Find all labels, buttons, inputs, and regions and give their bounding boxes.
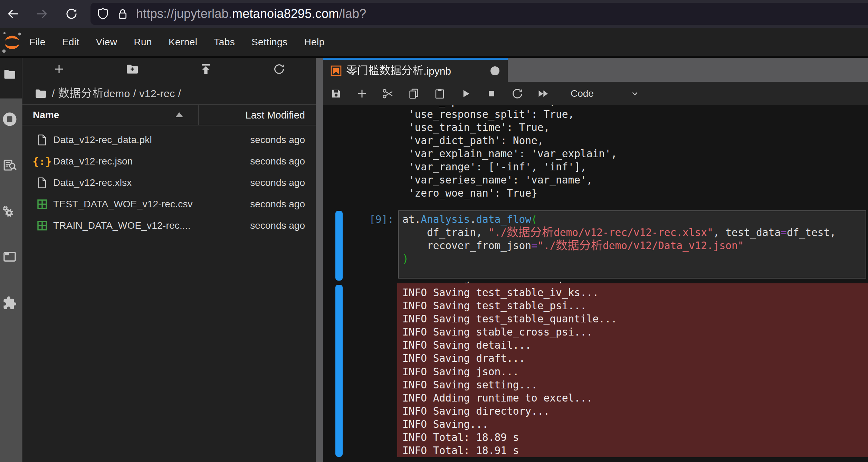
cjk-glyph bbox=[368, 65, 379, 76]
gears-icon bbox=[2, 205, 17, 220]
file-modified: seconds ago bbox=[250, 129, 305, 151]
browser-reload-button[interactable] bbox=[60, 2, 83, 26]
stdout-output: 'tree_splitter': 'best', 'use_response_s… bbox=[402, 105, 617, 200]
column-header-modified[interactable]: Last Modified bbox=[246, 105, 305, 125]
notebook-tab[interactable]: .ipynb bbox=[323, 58, 508, 82]
file-name: Data_v12-rec.json bbox=[53, 151, 133, 172]
code-token-prop: data_flow bbox=[476, 214, 531, 225]
menu-item-kernel[interactable]: Kernel bbox=[160, 28, 206, 56]
file-name: Data_v12-rec.xlsx bbox=[53, 172, 132, 194]
file-browser-toolbar bbox=[22, 58, 316, 81]
interrupt-kernel-button[interactable] bbox=[478, 83, 504, 104]
cjk-glyph bbox=[69, 87, 81, 99]
shield-icon[interactable] bbox=[96, 7, 109, 20]
menu-item-run[interactable]: Run bbox=[125, 28, 160, 56]
sidebar-item-file-browser[interactable] bbox=[0, 68, 19, 81]
cell-type-dropdown[interactable]: Code bbox=[571, 88, 594, 99]
refresh-button[interactable] bbox=[242, 58, 316, 81]
forward-arrow-icon bbox=[36, 7, 49, 20]
cjk-glyph bbox=[357, 65, 368, 76]
refresh-icon bbox=[273, 63, 285, 75]
menu-item-help[interactable]: Help bbox=[296, 28, 333, 56]
file-type-icon: {:} bbox=[36, 154, 48, 168]
copy-cells-button[interactable] bbox=[401, 83, 427, 104]
cut-cells-button[interactable] bbox=[375, 83, 401, 104]
code-token-str: "./demo/v12/Data_v12.json" bbox=[537, 240, 744, 252]
save-button[interactable] bbox=[323, 83, 349, 104]
new-folder-button[interactable] bbox=[96, 58, 169, 81]
file-row[interactable]: {:}Data_v12-rec.jsonseconds ago bbox=[22, 151, 316, 172]
code-token-plain: , test_data bbox=[713, 227, 781, 238]
upload-button[interactable] bbox=[169, 58, 242, 81]
browser-forward-button[interactable] bbox=[30, 2, 54, 26]
file-row[interactable]: TEST_DATA_WOE_v12-rec.csvseconds ago bbox=[22, 194, 316, 215]
sidebar-item-tools[interactable] bbox=[0, 205, 19, 220]
code-token-str: "./demo/v12-rec/v12-rec.xlsx" bbox=[488, 227, 713, 238]
file-icon bbox=[37, 177, 47, 189]
menu-item-view[interactable]: View bbox=[88, 28, 126, 56]
code-token-plain: df_test, bbox=[787, 227, 836, 238]
url-text[interactable]: https://jupyterlab.metanoia8295.com/lab? bbox=[136, 7, 366, 21]
cell-output-collapser[interactable] bbox=[335, 285, 343, 457]
menu-item-tabs[interactable]: Tabs bbox=[206, 28, 243, 56]
cell-code-editor[interactable]: at.Analysis.data_flow( df_train, "./demo… bbox=[398, 210, 866, 279]
cjk-glyph bbox=[567, 239, 579, 251]
browser-back-button[interactable] bbox=[1, 2, 25, 26]
cjk-glyph bbox=[518, 226, 530, 238]
save-icon bbox=[330, 87, 342, 100]
menu-items: FileEditViewRunKernelTabsSettingsHelp bbox=[21, 28, 333, 56]
sidebar-item-open-tabs[interactable] bbox=[0, 249, 19, 264]
inspector-icon bbox=[2, 158, 17, 172]
upload-icon bbox=[199, 62, 213, 76]
tab-dirty-indicator[interactable] bbox=[490, 66, 499, 75]
sidebar-item-extensions[interactable] bbox=[0, 296, 19, 310]
plus-icon bbox=[53, 63, 65, 75]
cjk-glyph bbox=[58, 87, 69, 99]
new-launcher-button[interactable] bbox=[22, 58, 96, 81]
code-line: ) bbox=[402, 252, 866, 265]
chevron-down-icon[interactable] bbox=[629, 88, 640, 99]
add-cell-button[interactable] bbox=[349, 83, 375, 104]
output-line: INFO Saving setting... bbox=[402, 378, 868, 392]
output-line: 'var_range': ['-inf', 'inf'], bbox=[402, 160, 617, 173]
breadcrumb-path[interactable]: / demo / v12-rec / bbox=[52, 87, 181, 100]
cell-execution-prompt: [9]: bbox=[359, 213, 394, 226]
restart-kernel-button[interactable] bbox=[504, 83, 530, 104]
stop-icon bbox=[485, 87, 498, 100]
notebook-content[interactable]: 'tree_splitter': 'best', 'use_response_s… bbox=[323, 105, 868, 462]
back-arrow-icon bbox=[6, 7, 19, 20]
run-cell-button[interactable] bbox=[452, 83, 478, 104]
cell-input-collapser[interactable] bbox=[335, 211, 343, 281]
sort-ascending-icon[interactable] bbox=[175, 112, 183, 117]
sidebar-item-running[interactable] bbox=[0, 111, 19, 127]
sidebar-resize-handle[interactable] bbox=[316, 58, 323, 462]
file-row[interactable]: Data_v12-rec_data.pklseconds ago bbox=[22, 129, 316, 151]
file-list-header: Name Last Modified bbox=[22, 105, 316, 125]
file-icon bbox=[37, 134, 47, 146]
cjk-glyph bbox=[507, 226, 518, 238]
running-kernels-icon bbox=[2, 111, 18, 127]
output-line: 'use_response_split': True, bbox=[402, 108, 617, 121]
output-line: INFO Saving json... bbox=[402, 365, 868, 378]
restart-run-all-button[interactable] bbox=[530, 83, 556, 104]
column-header-name[interactable]: Name bbox=[33, 105, 59, 125]
url-bar[interactable]: https://jupyterlab.metanoia8295.com/lab? bbox=[90, 3, 868, 25]
menu-item-edit[interactable]: Edit bbox=[54, 28, 88, 56]
file-type-icon bbox=[36, 176, 48, 190]
output-line: 'tree_splitter': 'best', bbox=[402, 105, 617, 108]
cjk-glyph bbox=[346, 65, 357, 76]
file-row[interactable]: TRAIN_DATA_WOE_v12-rec....seconds ago bbox=[22, 215, 316, 236]
output-line: INFO Saving draft... bbox=[402, 352, 868, 365]
paste-icon bbox=[433, 87, 446, 100]
breadcrumb[interactable]: / demo / v12-rec / bbox=[22, 83, 316, 105]
file-name: TRAIN_DATA_WOE_v12-rec.... bbox=[53, 215, 191, 236]
home-folder-icon[interactable] bbox=[35, 87, 47, 100]
copy-icon bbox=[408, 87, 420, 100]
sidebar-item-inspector[interactable] bbox=[0, 158, 19, 172]
lock-icon[interactable] bbox=[116, 8, 129, 20]
tab-title[interactable]: .ipynb bbox=[346, 65, 451, 77]
paste-cells-button[interactable] bbox=[427, 83, 452, 104]
menu-item-file[interactable]: File bbox=[21, 28, 54, 56]
menu-item-settings[interactable]: Settings bbox=[243, 28, 296, 56]
file-row[interactable]: Data_v12-rec.xlsxseconds ago bbox=[22, 172, 316, 194]
